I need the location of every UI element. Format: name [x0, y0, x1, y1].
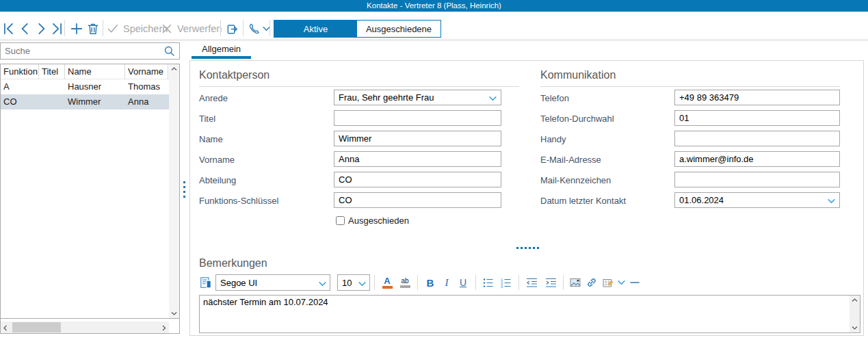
column-header-name[interactable]: Name	[65, 64, 125, 79]
horizontal-rule-icon	[629, 280, 640, 285]
filter-toggle-group: Aktive Ausgeschiedene	[274, 20, 441, 38]
table-row-selected[interactable]: CO Wimmer Anna	[1, 94, 179, 109]
left-panel-border	[0, 333, 180, 334]
vorname-field[interactable]	[334, 151, 501, 167]
add-record-button[interactable]	[68, 20, 85, 38]
toolbar-separator	[269, 20, 270, 36]
search-input[interactable]	[1, 46, 163, 56]
cell-name: Hausner	[65, 79, 125, 94]
bemerkungen-editor: nächster Termin am 10.07.2024	[199, 295, 860, 333]
scrollbar-thumb[interactable]	[12, 322, 61, 332]
text-blocks-icon	[199, 276, 213, 289]
ausgeschieden-checkbox[interactable]	[336, 216, 345, 225]
underline-button[interactable]: U	[455, 274, 471, 291]
horizontal-rule-button[interactable]	[628, 274, 642, 291]
previous-record-icon	[18, 22, 32, 36]
scroll-down-icon[interactable]	[171, 311, 177, 315]
last-record-button[interactable]	[49, 20, 65, 38]
bullet-list-button[interactable]	[480, 274, 497, 291]
telefon-durchwahl-field[interactable]	[674, 110, 840, 126]
titel-field[interactable]	[334, 110, 501, 126]
anrede-value: Frau, Sehr geehrte Frau	[339, 92, 434, 103]
contact-list-horizontal-scrollbar[interactable]	[1, 322, 169, 333]
tab-allgemein[interactable]: Allgemein	[202, 44, 241, 54]
chevron-down-icon	[319, 281, 326, 287]
email-field[interactable]	[674, 151, 840, 167]
mail-kennzeichen-label: Mail-Kennzeichen	[540, 175, 611, 185]
chevron-down-icon[interactable]	[618, 280, 625, 285]
italic-button[interactable]: I	[438, 274, 455, 291]
save-button[interactable]: Speichern	[107, 20, 168, 38]
font-color-bar	[382, 286, 393, 289]
insert-table-button[interactable]	[601, 274, 616, 291]
discard-button[interactable]: Verwerfen	[161, 20, 222, 38]
font-size-dropdown[interactable]: 10	[337, 274, 370, 291]
cell-vorname: Thomas	[125, 79, 168, 94]
trash-icon	[86, 22, 100, 36]
highlight-button[interactable]: ab	[397, 274, 413, 291]
next-record-button[interactable]	[33, 20, 49, 38]
search-box	[0, 42, 180, 60]
filter-active-label: Aktive	[304, 24, 328, 34]
funktions-schluessel-label: Funktions-Schlüssel	[199, 196, 278, 206]
name-label: Name	[199, 134, 223, 144]
insert-image-button[interactable]	[568, 274, 583, 291]
window-titlebar[interactable]: Kontakte - Vertreter 8 (Plass, Heinrich)	[0, 0, 868, 12]
increase-indent-button[interactable]	[542, 274, 559, 291]
mail-kennzeichen-field[interactable]	[674, 172, 840, 187]
anrede-dropdown[interactable]: Frau, Sehr geehrte Frau	[334, 90, 501, 105]
toolbar-separator	[64, 20, 65, 36]
contact-list-vertical-scrollbar[interactable]	[169, 64, 179, 318]
column-header-vorname[interactable]: Vorname	[125, 64, 168, 79]
vorname-label: Vorname	[199, 155, 235, 165]
column-header-titel[interactable]: Titel	[39, 64, 65, 79]
toolbar-separator	[518, 275, 519, 290]
bold-button[interactable]: B	[422, 274, 438, 291]
cell-funktion: A	[1, 79, 39, 94]
section-heading-kontaktperson: Kontaktperson	[199, 69, 519, 87]
scroll-left-icon[interactable]	[3, 325, 8, 331]
decrease-indent-button[interactable]	[523, 274, 540, 291]
panel-splitter-handle[interactable]	[183, 181, 185, 198]
delete-record-button[interactable]	[85, 20, 101, 38]
insert-link-button[interactable]	[584, 274, 599, 291]
column-header-funktion[interactable]: Funktion	[1, 64, 39, 79]
underline-icon: U	[460, 277, 466, 288]
numbered-list-button[interactable]: 123	[498, 274, 514, 291]
window-title: Kontakte - Vertreter 8 (Plass, Heinrich)	[367, 1, 501, 10]
bemerkungen-scrollbar[interactable]	[850, 296, 860, 332]
scroll-up-icon[interactable]	[171, 67, 177, 71]
checkmark-icon	[107, 23, 119, 35]
handy-label: Handy	[540, 134, 566, 144]
handy-field[interactable]	[674, 131, 840, 146]
telefon-durchwahl-label: Telefon-Durchwahl	[540, 114, 614, 124]
chevron-down-icon	[358, 281, 366, 287]
section-expander-handle[interactable]	[516, 247, 539, 249]
abteilung-field[interactable]	[334, 172, 501, 187]
toolbar-separator	[243, 20, 244, 36]
bemerkungen-textarea[interactable]: nächster Termin am 10.07.2024	[200, 296, 850, 332]
phone-menu-button[interactable]	[247, 20, 270, 38]
search-icon[interactable]	[163, 45, 176, 57]
svg-text:3: 3	[501, 284, 503, 288]
scroll-right-icon[interactable]	[162, 325, 166, 331]
filter-retired-button[interactable]: Ausgeschiedene	[357, 21, 440, 37]
ausgeschieden-label: Ausgeschieden	[348, 215, 409, 226]
datum-letzter-kontakt-datepicker[interactable]: 01.06.2024	[674, 192, 840, 208]
contact-list-header: Funktion Titel Name Vorname	[1, 64, 179, 79]
text-blocks-button[interactable]	[198, 274, 214, 291]
telefon-field[interactable]	[674, 90, 840, 105]
name-field[interactable]	[334, 131, 501, 146]
table-edit-icon	[602, 277, 614, 289]
cross-icon	[161, 23, 173, 35]
filter-active-button[interactable]: Aktive	[274, 21, 357, 37]
first-record-button[interactable]	[1, 20, 17, 38]
transfer-record-button[interactable]	[224, 20, 241, 38]
previous-record-button[interactable]	[17, 20, 34, 38]
scroll-down-icon[interactable]	[852, 326, 858, 330]
font-color-button[interactable]: A	[379, 274, 395, 291]
funktions-schluessel-field[interactable]	[334, 192, 501, 208]
font-family-dropdown[interactable]: Segoe UI	[215, 274, 330, 291]
table-row[interactable]: A Hausner Thomas	[1, 79, 179, 94]
scroll-up-icon[interactable]	[852, 298, 858, 302]
